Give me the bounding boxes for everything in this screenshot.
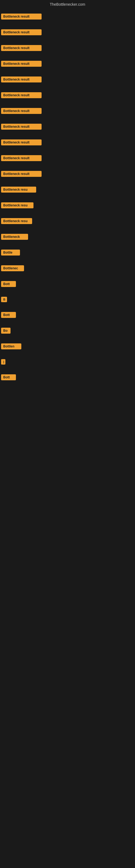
- bottleneck-badge-1[interactable]: Bottleneck result: [1, 13, 42, 20]
- bottleneck-row-2: Bottleneck result: [0, 27, 135, 37]
- bottleneck-row-14: Bottleneck resu: [0, 216, 135, 226]
- bottleneck-badge-2[interactable]: Bottleneck result: [1, 29, 42, 35]
- bottleneck-badge-8[interactable]: Bottleneck result: [1, 124, 42, 130]
- bottleneck-row-22: Bottlen: [0, 341, 135, 351]
- bottleneck-badge-13[interactable]: Bottleneck resu: [1, 203, 34, 208]
- bottleneck-badge-19[interactable]: B: [1, 297, 7, 302]
- site-title: TheBottlenecker.com: [0, 0, 135, 9]
- bottleneck-badge-10[interactable]: Bottleneck result: [1, 155, 42, 161]
- bottleneck-row-3: Bottleneck result: [0, 43, 135, 53]
- bottleneck-badge-5[interactable]: Bottleneck result: [1, 76, 42, 83]
- bottleneck-row-8: Bottleneck result: [0, 122, 135, 132]
- bottleneck-row-15: Bottleneck: [0, 231, 135, 242]
- bottleneck-row-9: Bottleneck result: [0, 137, 135, 148]
- bottleneck-row-4: Bottleneck result: [0, 59, 135, 69]
- bottleneck-row-24: Bott: [0, 372, 135, 382]
- bottleneck-badge-17[interactable]: Bottlenec: [1, 265, 24, 271]
- bottleneck-badge-14[interactable]: Bottleneck resu: [1, 218, 32, 224]
- bottleneck-row-13: Bottleneck resu: [0, 200, 135, 211]
- bottleneck-row-18: Bott: [0, 279, 135, 289]
- bottleneck-badge-15[interactable]: Bottleneck: [1, 234, 28, 240]
- bottleneck-row-7: Bottleneck result: [0, 106, 135, 116]
- bottleneck-badge-22[interactable]: Bottlen: [1, 343, 21, 349]
- bottleneck-row-12: Bottleneck resu: [0, 184, 135, 195]
- bottleneck-row-5: Bottleneck result: [0, 74, 135, 85]
- bottleneck-badge-11[interactable]: Bottleneck result: [1, 171, 42, 177]
- bottleneck-badge-12[interactable]: Bottleneck resu: [1, 187, 36, 193]
- bottleneck-badge-4[interactable]: Bottleneck result: [1, 61, 42, 67]
- bottleneck-badge-3[interactable]: Bottleneck result: [1, 45, 42, 51]
- bottleneck-badge-20[interactable]: Bott: [1, 312, 16, 318]
- bottleneck-row-19: B: [0, 294, 135, 304]
- bottleneck-row-23: |: [0, 357, 135, 367]
- bottleneck-badge-7[interactable]: Bottleneck result: [1, 108, 42, 114]
- bottleneck-badge-21[interactable]: Bo: [1, 328, 10, 334]
- bottleneck-row-16: Bottle: [0, 247, 135, 258]
- bottleneck-row-20: Bott: [0, 310, 135, 320]
- bottleneck-row-21: Bo: [0, 326, 135, 336]
- bottleneck-badge-16[interactable]: Bottle: [1, 250, 20, 255]
- bottleneck-badge-23[interactable]: |: [1, 359, 5, 365]
- bottleneck-badge-9[interactable]: Bottleneck result: [1, 140, 42, 145]
- bottleneck-row-11: Bottleneck result: [0, 169, 135, 179]
- bottleneck-row-17: Bottlenec: [0, 263, 135, 273]
- bottleneck-badge-6[interactable]: Bottleneck result: [1, 92, 42, 98]
- bottleneck-row-10: Bottleneck result: [0, 153, 135, 163]
- bottleneck-row-6: Bottleneck result: [0, 90, 135, 100]
- bottleneck-row-1: Bottleneck result: [0, 11, 135, 22]
- bottleneck-badge-18[interactable]: Bott: [1, 281, 16, 287]
- bottleneck-badge-24[interactable]: Bott: [1, 374, 16, 380]
